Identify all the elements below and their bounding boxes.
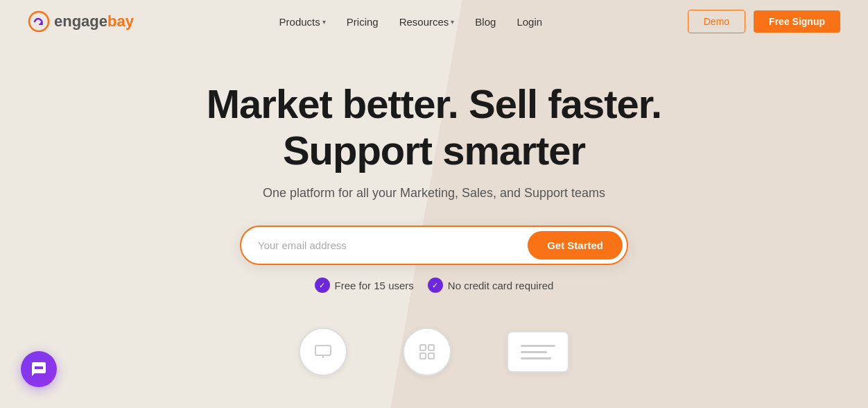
lines-icon bbox=[521, 345, 555, 359]
nav-actions: Demo Free Signup bbox=[688, 10, 840, 33]
nav-links: Products ▾ Pricing Resources ▾ Blog Logi… bbox=[279, 16, 543, 28]
badge-no-credit-card: ✓ No credit card required bbox=[428, 278, 554, 293]
chat-bubble-button[interactable] bbox=[21, 351, 57, 387]
bottom-icons-row bbox=[0, 321, 868, 376]
email-form: Get Started bbox=[240, 226, 628, 265]
bottom-icon-2 bbox=[403, 328, 451, 376]
svg-rect-7 bbox=[428, 353, 434, 359]
logo[interactable]: engagebay bbox=[28, 10, 134, 33]
svg-rect-6 bbox=[420, 353, 426, 359]
svg-rect-4 bbox=[420, 345, 426, 350]
hero-title: Market better. Sell faster. Support smar… bbox=[207, 81, 661, 173]
products-chevron-icon: ▾ bbox=[322, 18, 326, 26]
svg-rect-5 bbox=[428, 345, 434, 350]
grid-icon bbox=[417, 341, 437, 362]
hero-section: Market better. Sell faster. Support smar… bbox=[0, 43, 868, 321]
trust-badges: ✓ Free for 15 users ✓ No credit card req… bbox=[315, 278, 554, 293]
nav-products[interactable]: Products ▾ bbox=[279, 16, 326, 28]
demo-button[interactable]: Demo bbox=[688, 10, 745, 33]
free-signup-button[interactable]: Free Signup bbox=[754, 10, 840, 33]
logo-text: engagebay bbox=[54, 12, 134, 31]
check-icon-2: ✓ bbox=[428, 278, 443, 293]
hero-subtitle: One platform for all your Marketing, Sal… bbox=[263, 186, 605, 201]
chat-icon bbox=[31, 361, 47, 377]
monitor-icon bbox=[313, 341, 333, 362]
nav-login[interactable]: Login bbox=[517, 16, 542, 28]
nav-pricing[interactable]: Pricing bbox=[347, 16, 379, 28]
email-input[interactable] bbox=[258, 234, 528, 257]
svg-rect-1 bbox=[315, 346, 331, 355]
get-started-button[interactable]: Get Started bbox=[528, 231, 623, 260]
svg-point-0 bbox=[29, 12, 49, 31]
nav-resources[interactable]: Resources ▾ bbox=[399, 16, 455, 28]
badge-free-users: ✓ Free for 15 users bbox=[315, 278, 414, 293]
resources-chevron-icon: ▾ bbox=[451, 18, 454, 26]
bottom-icon-1 bbox=[299, 328, 347, 376]
nav-blog[interactable]: Blog bbox=[475, 16, 496, 28]
bottom-icon-3 bbox=[507, 331, 569, 373]
logo-icon bbox=[28, 10, 50, 33]
navbar: engagebay Products ▾ Pricing Resources ▾… bbox=[0, 0, 868, 43]
check-icon-1: ✓ bbox=[315, 278, 330, 293]
